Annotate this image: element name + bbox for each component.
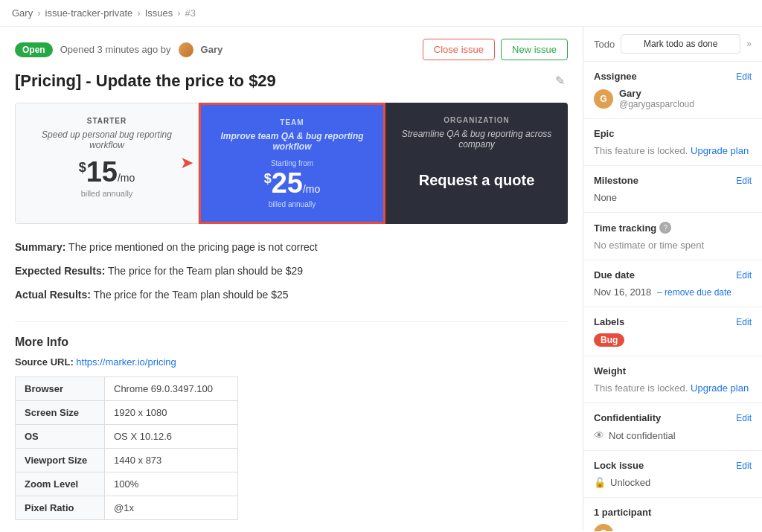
table-row: OSOS X 10.12.6 <box>16 424 238 448</box>
assignee-row: G Gary @garygasparcloud <box>594 88 752 109</box>
close-issue-button[interactable]: Close issue <box>423 39 495 60</box>
labels-edit-link[interactable]: Edit <box>736 317 752 327</box>
starter-label: STARTER <box>87 117 127 125</box>
epic-upgrade-link[interactable]: Upgrade plan <box>691 145 749 156</box>
assignee-header: Assignee Edit <box>594 71 752 82</box>
milestone-edit-link[interactable]: Edit <box>736 176 752 186</box>
confidentiality-edit-link[interactable]: Edit <box>736 413 752 423</box>
labels-section: Labels Edit Bug <box>583 307 762 356</box>
issue-body: Summary: The price mentioned on the pric… <box>15 239 568 304</box>
assignee-info: Gary @garygasparcloud <box>619 88 694 109</box>
table-cell-value: OS X 10.12.6 <box>105 424 238 448</box>
team-price: $25/mo <box>264 169 321 197</box>
table-cell-value: 1920 x 1080 <box>105 400 238 424</box>
weight-title: Weight <box>594 365 626 376</box>
assignee-avatar: G <box>594 89 613 109</box>
team-desc: Improve team QA & bug reporting workflow <box>211 131 373 152</box>
main-content: Open Opened 3 minutes ago by Gary Close … <box>0 27 583 531</box>
source-url-link[interactable]: https://marker.io/pricing <box>76 356 176 368</box>
table-row: Screen Size1920 x 1080 <box>16 400 238 424</box>
lock-title: Lock issue <box>594 460 644 471</box>
edit-title-icon[interactable]: ✎ <box>552 71 568 91</box>
due-date-section: Due date Edit Nov 16, 2018 – remove due … <box>583 260 762 307</box>
participants-row: G <box>594 524 752 531</box>
assignee-handle: @garygasparcloud <box>619 99 694 109</box>
confidentiality-section: Confidentiality Edit 👁 Not confidential <box>583 403 762 451</box>
labels-header: Labels Edit <box>594 316 752 327</box>
todo-bar: Todo Mark todo as done » <box>583 27 762 62</box>
lock-edit-link[interactable]: Edit <box>736 461 752 471</box>
lock-value: Unlocked <box>610 477 650 488</box>
starter-price: $15/mo <box>79 158 135 186</box>
table-row: BrowserChrome 69.0.3497.100 <box>16 376 238 400</box>
expected-paragraph: Expected Results: The price for the Team… <box>15 263 568 279</box>
unlock-icon: 🔓 <box>594 477 606 488</box>
due-date-edit-link[interactable]: Edit <box>736 270 752 281</box>
assignee-edit-link[interactable]: Edit <box>736 71 752 82</box>
weight-header: Weight <box>594 365 752 376</box>
milestone-section: Milestone Edit None <box>583 166 762 213</box>
label-bug-badge: Bug <box>594 333 624 347</box>
epic-title: Epic <box>594 128 614 139</box>
time-tracking-section: Time tracking ? No estimate or time spen… <box>583 213 762 260</box>
card-team: ➤ TEAM Improve team QA & bug reporting w… <box>199 103 385 224</box>
todo-chevron-icon[interactable]: » <box>746 39 752 49</box>
time-info-icon[interactable]: ? <box>659 222 671 234</box>
summary-paragraph: Summary: The price mentioned on the pric… <box>15 239 568 255</box>
breadcrumb-gary[interactable]: Gary <box>12 7 33 19</box>
labels-title: Labels <box>594 316 624 327</box>
divider <box>15 321 568 322</box>
participants-section: 1 participant G <box>583 498 762 531</box>
due-date-title: Due date <box>594 269 635 281</box>
time-tracking-title: Time tracking <box>594 222 656 234</box>
confidentiality-header: Confidentiality Edit <box>594 412 752 423</box>
table-cell-value: 100% <box>105 472 238 496</box>
table-row: Pixel Ratio@1x <box>16 496 238 519</box>
breadcrumb-issues[interactable]: Issues <box>145 7 173 19</box>
epic-locked-text: This feature is locked. Upgrade plan <box>594 145 752 156</box>
breadcrumb: Gary › issue-tracker-private › Issues › … <box>0 0 762 27</box>
table-cell-key: Browser <box>16 376 105 400</box>
table-cell-value: 1440 x 873 <box>105 448 238 472</box>
time-tracking-title-row: Time tracking ? <box>594 222 671 234</box>
table-row: Viewport Size1440 x 873 <box>16 448 238 472</box>
confidentiality-value-row: 👁 Not confidential <box>594 429 752 441</box>
pricing-image: STARTER Speed up personal bug reporting … <box>15 103 568 224</box>
status-badge: Open <box>15 42 53 57</box>
card-starter: STARTER Speed up personal bug reporting … <box>15 103 199 224</box>
time-tracking-value: No estimate or time spent <box>594 240 752 251</box>
org-label: ORGANIZATION <box>444 116 509 124</box>
starter-desc: Speed up personal bug reporting workflow <box>26 129 188 150</box>
remove-due-date-link[interactable]: – remove due date <box>657 287 731 298</box>
participants-header: 1 participant <box>594 507 752 518</box>
eye-icon: 👁 <box>594 429 604 441</box>
table-cell-value: Chrome 69.0.3497.100 <box>105 376 238 400</box>
issue-title: [Pricing] - Update the price to $29 <box>15 71 276 92</box>
milestone-value: None <box>594 192 752 203</box>
more-info-heading: More Info <box>15 336 568 349</box>
epic-section: Epic This feature is locked. Upgrade pla… <box>583 119 762 166</box>
table-row: Zoom Level100% <box>16 472 238 496</box>
breadcrumb-repo[interactable]: issue-tracker-private <box>45 7 133 19</box>
weight-upgrade-link[interactable]: Upgrade plan <box>691 382 749 394</box>
table-cell-key: Zoom Level <box>16 472 105 496</box>
issue-title-row: [Pricing] - Update the price to $29 ✎ <box>15 71 568 92</box>
confidentiality-value: Not confidential <box>609 430 676 441</box>
table-cell-key: Screen Size <box>16 400 105 424</box>
header-buttons: Close issue New issue <box>423 39 568 60</box>
mark-todo-done-button[interactable]: Mark todo as done <box>621 34 740 54</box>
starter-note: billed annually <box>81 189 133 198</box>
assignee-name: Gary <box>619 88 694 99</box>
assignee-title: Assignee <box>594 71 637 82</box>
breadcrumb-issue-number: #3 <box>185 7 196 19</box>
source-label: Source URL: <box>15 356 74 368</box>
time-tracking-header: Time tracking ? <box>594 222 752 234</box>
participants-title: 1 participant <box>594 507 651 518</box>
milestone-title: Milestone <box>594 175 638 186</box>
issue-meta: Open Opened 3 minutes ago by Gary <box>15 42 222 57</box>
new-issue-button[interactable]: New issue <box>501 39 568 60</box>
todo-label: Todo <box>594 39 615 50</box>
table-cell-key: Viewport Size <box>16 448 105 472</box>
lock-value-row: 🔓 Unlocked <box>594 477 752 488</box>
lock-section: Lock issue Edit 🔓 Unlocked <box>583 451 762 498</box>
